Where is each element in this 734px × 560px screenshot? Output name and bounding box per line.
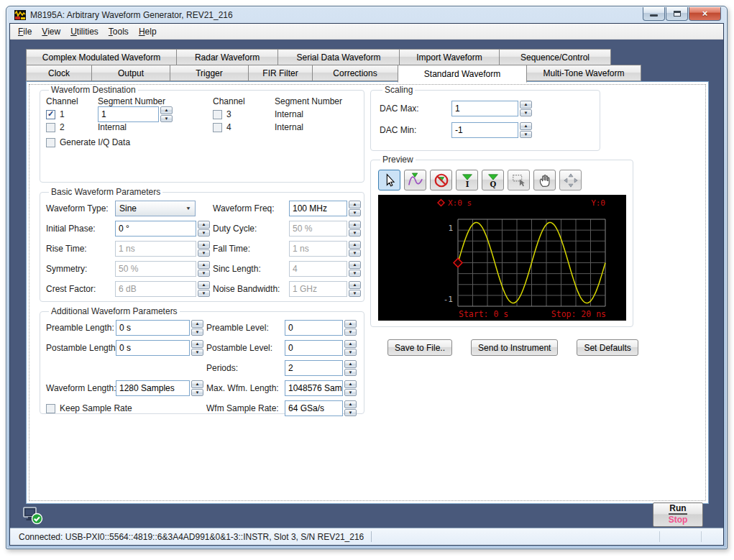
- tab-multi-tone-waveform[interactable]: Multi-Tone Waveform: [526, 65, 641, 81]
- set-defaults-button[interactable]: Set Defaults: [577, 339, 638, 356]
- spin-up-button[interactable]: ▲: [344, 400, 357, 408]
- channel-3-checkbox[interactable]: 3: [213, 109, 231, 119]
- spin-down-button[interactable]: ▼: [349, 209, 361, 217]
- spin-down-button[interactable]: ▼: [160, 115, 173, 123]
- spin-up-button: ▲: [198, 281, 210, 289]
- channel-header-right: Channel: [213, 96, 275, 106]
- channel-2-checkbox[interactable]: 2: [46, 122, 65, 132]
- waveform-length-input[interactable]: 1280 Samples: [116, 380, 190, 396]
- channel-4-checkbox[interactable]: 4: [213, 122, 231, 132]
- tab-clock[interactable]: Clock: [26, 65, 92, 81]
- tab-complex-modulated-waveform[interactable]: Complex Modulated Waveform: [26, 49, 177, 65]
- spin-up-button[interactable]: ▲: [520, 122, 532, 130]
- fall-time-label: Fall Time:: [210, 244, 289, 254]
- segment-number-ch1-input[interactable]: 1: [98, 106, 159, 122]
- preview-group: Preview: [370, 155, 633, 327]
- select-cursor-button[interactable]: [378, 170, 400, 191]
- spin-down-button[interactable]: ▼: [520, 109, 532, 117]
- marker-q-button[interactable]: Q: [482, 170, 504, 191]
- preamble-length-spinner: ▲ ▼: [191, 320, 203, 336]
- send-to-instrument-button[interactable]: Send to Instrument: [471, 339, 558, 356]
- spin-down-button[interactable]: ▼: [191, 329, 203, 336]
- tab-import-waveform[interactable]: Import Waveform: [399, 49, 500, 65]
- pan-button[interactable]: [533, 170, 556, 191]
- tab-row-2: Clock Output Trigger FIR Filter Correcti…: [26, 65, 723, 81]
- spin-down-button[interactable]: ▼: [344, 329, 357, 336]
- spin-up-button[interactable]: ▲: [520, 101, 532, 109]
- generate-iq-label: Generate I/Q Data: [60, 137, 130, 147]
- tab-radar-waveform[interactable]: Radar Waveform: [176, 49, 278, 65]
- preview-plot-area[interactable]: X:0 s Y:0 1 -1 Start: 0 s Stop: 20 ns: [378, 195, 633, 321]
- spin-down-button[interactable]: ▼: [344, 389, 357, 397]
- tab-sequence-control[interactable]: Sequence/Control: [499, 49, 611, 65]
- crest-factor-label: Crest Factor:: [46, 284, 115, 294]
- menu-view[interactable]: View: [37, 24, 65, 39]
- initial-phase-input[interactable]: 0 °: [115, 221, 196, 237]
- checkbox-icon: [46, 404, 55, 413]
- checkbox-icon: [46, 138, 55, 147]
- generate-iq-checkbox[interactable]: Generate I/Q Data: [46, 137, 364, 147]
- scaling-group: Scaling DAC Max: 1 ▲ ▼ DAC Min:: [370, 85, 600, 151]
- menu-utilities[interactable]: Utilities: [65, 24, 104, 39]
- spin-up-button[interactable]: ▲: [191, 380, 203, 388]
- spin-up-button[interactable]: ▲: [198, 221, 210, 229]
- tab-trigger[interactable]: Trigger: [170, 65, 249, 81]
- spin-up-button[interactable]: ▲: [191, 320, 203, 328]
- spin-down-button: ▼: [198, 290, 210, 298]
- postamble-length-input[interactable]: 0 s: [116, 340, 190, 356]
- maximize-icon: [674, 11, 681, 17]
- spin-down-button[interactable]: ▼: [520, 131, 532, 139]
- max-wfm-length-input[interactable]: 1048576 Samples: [285, 380, 343, 396]
- app-icon: [14, 9, 26, 21]
- save-to-file-button[interactable]: Save to File..: [387, 339, 452, 356]
- keep-sample-rate-checkbox[interactable]: Keep Sample Rate: [46, 403, 203, 413]
- spin-up-button[interactable]: ▲: [344, 360, 357, 368]
- tab-serial-data-waveform[interactable]: Serial Data Waveform: [277, 49, 400, 65]
- tab-fir-filter[interactable]: FIR Filter: [248, 65, 313, 81]
- spin-up-button: ▲: [349, 261, 361, 269]
- spin-down-button[interactable]: ▼: [344, 349, 357, 357]
- dac-max-spinner: ▲ ▼: [520, 101, 532, 116]
- spin-down-button[interactable]: ▼: [191, 349, 203, 357]
- spin-up-button[interactable]: ▲: [344, 320, 357, 328]
- dac-min-input[interactable]: -1: [451, 122, 518, 138]
- preamble-length-input[interactable]: 0 s: [116, 320, 190, 336]
- spin-down-button[interactable]: ▼: [344, 409, 357, 417]
- maximize-button[interactable]: [666, 7, 688, 21]
- spin-up-button: ▲: [349, 221, 361, 229]
- spin-down-button[interactable]: ▼: [198, 229, 210, 237]
- channel-3-label: 3: [226, 109, 231, 119]
- menu-tools[interactable]: Tools: [104, 24, 134, 39]
- show-markers-button[interactable]: [404, 170, 426, 191]
- tab-corrections[interactable]: Corrections: [312, 65, 398, 81]
- hide-markers-button[interactable]: [430, 170, 452, 191]
- waveform-type-dropdown[interactable]: Sine ▼: [115, 201, 196, 216]
- spin-up-button[interactable]: ▲: [160, 106, 173, 114]
- tab-output[interactable]: Output: [91, 65, 170, 81]
- marker-i-button[interactable]: I: [456, 170, 478, 191]
- spin-down-button[interactable]: ▼: [344, 369, 357, 377]
- periods-input[interactable]: 2: [285, 360, 343, 376]
- spin-down-button[interactable]: ▼: [191, 389, 203, 397]
- spin-up-button[interactable]: ▲: [349, 201, 361, 208]
- preamble-level-input[interactable]: 0: [285, 320, 343, 336]
- channel-1-checkbox[interactable]: ✓ 1: [46, 109, 65, 119]
- waveform-freq-input[interactable]: 100 MHz: [289, 201, 347, 216]
- run-stop-button[interactable]: Run Stop: [653, 502, 703, 527]
- rise-time-input: 1 ns: [115, 241, 196, 257]
- spin-up-button[interactable]: ▲: [191, 340, 203, 348]
- wfm-sample-rate-input[interactable]: 64 GSa/s: [285, 400, 343, 416]
- spin-up-button[interactable]: ▲: [344, 380, 357, 388]
- minimize-button[interactable]: [643, 7, 665, 21]
- spin-up-button[interactable]: ▲: [344, 340, 357, 348]
- menu-file[interactable]: File: [13, 24, 37, 39]
- dac-max-input[interactable]: 1: [451, 101, 518, 116]
- close-button[interactable]: ×: [689, 7, 721, 21]
- spin-down-button: ▼: [349, 249, 361, 257]
- y-max-tick-label: 1: [448, 224, 453, 233]
- preview-plot[interactable]: X:0 s Y:0 1 -1 Start: 0 s Stop: 20 ns: [378, 195, 626, 321]
- tab-standard-waveform[interactable]: Standard Waveform: [398, 65, 527, 83]
- postamble-level-input[interactable]: 0: [285, 340, 343, 356]
- menu-help[interactable]: Help: [134, 24, 162, 39]
- preview-toolbar: I Q: [378, 170, 633, 191]
